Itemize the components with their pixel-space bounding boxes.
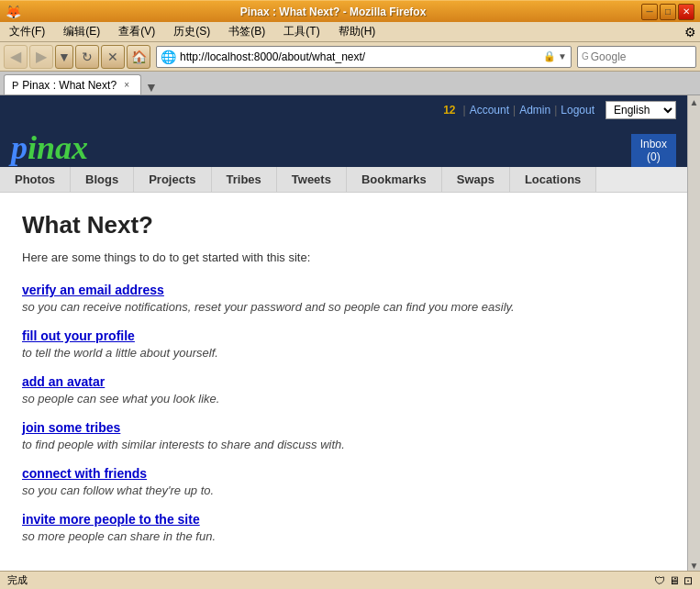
toolbar: ◀ ▶ ▼ ↻ ✕ 🏠 🌐 🔒 ▼ G 🔍 bbox=[0, 42, 700, 72]
action-link-fill-profile[interactable]: fill out your profile bbox=[22, 328, 665, 343]
menu-history[interactable]: 历史(S) bbox=[168, 22, 216, 41]
action-item-fill-profile: fill out your profileto tell the world a… bbox=[22, 328, 665, 360]
action-item-invite-people: invite more people to the siteso more pe… bbox=[22, 512, 665, 543]
url-bar-container[interactable]: 🌐 🔒 ▼ bbox=[156, 46, 572, 68]
scrollbar[interactable]: ▲ ▼ bbox=[687, 95, 700, 571]
window-icon: 🦊 bbox=[6, 5, 21, 19]
account-link[interactable]: Account bbox=[470, 104, 509, 117]
actions-list: verify an email addressso you can receiv… bbox=[22, 283, 665, 543]
nav-blogs[interactable]: Blogs bbox=[71, 167, 134, 192]
tab-title: Pinax : What Next? bbox=[22, 79, 117, 92]
tab-bar: P Pinax : What Next? × ▼ bbox=[0, 72, 700, 95]
admin-link[interactable]: Admin bbox=[519, 104, 550, 117]
inbox-badge[interactable]: Inbox (0) bbox=[631, 134, 676, 167]
page-scroll-area[interactable]: 12 | Account | Admin | Logout English Es… bbox=[0, 95, 687, 571]
status-bar: 完成 🛡 🖥 ⊡ bbox=[0, 571, 700, 589]
stop-button[interactable]: ✕ bbox=[101, 45, 125, 69]
main-content: What Next? Here are some things to do to… bbox=[0, 193, 687, 571]
action-desc-invite-people: so more people can share in the fun. bbox=[22, 529, 665, 543]
action-item-connect-friends: connect with friendsso you can follow wh… bbox=[22, 466, 665, 497]
nav-photos[interactable]: Photos bbox=[0, 167, 71, 192]
menu-tools[interactable]: 工具(T) bbox=[278, 22, 325, 41]
search-bar-container[interactable]: G 🔍 bbox=[577, 46, 696, 68]
site-logo-bar: pinax Inbox (0) bbox=[0, 125, 687, 167]
action-item-join-tribes: join some tribesto find people with simi… bbox=[22, 420, 665, 451]
search-engine-icon: G bbox=[582, 51, 589, 61]
maximize-button[interactable]: □ bbox=[660, 4, 676, 20]
status-icons: 🛡 🖥 ⊡ bbox=[654, 574, 693, 587]
menu-bar: // Will render menu items after DOM read… bbox=[0, 22, 700, 42]
new-tab-button[interactable]: ▼ bbox=[145, 80, 158, 94]
nav-tweets[interactable]: Tweets bbox=[277, 167, 347, 192]
action-desc-verify-email: so you can receive notifications, reset … bbox=[22, 300, 665, 314]
action-desc-fill-profile: to tell the world a little about yoursel… bbox=[22, 346, 665, 360]
nav-swaps[interactable]: Swaps bbox=[442, 167, 510, 192]
status-text: 完成 bbox=[7, 573, 647, 587]
tab-favicon: P bbox=[12, 80, 18, 91]
search-input[interactable] bbox=[591, 50, 700, 63]
menu-bookmarks[interactable]: 书签(B) bbox=[223, 22, 271, 41]
logo-inax: inax bbox=[28, 129, 88, 166]
window-controls[interactable]: ─ □ ✕ bbox=[641, 4, 694, 20]
window-title-bar: 🦊 Pinax : What Next? - Mozilla Firefox ─… bbox=[0, 0, 700, 22]
browser-tab[interactable]: P Pinax : What Next? × bbox=[4, 74, 141, 94]
nav-bookmarks[interactable]: Bookmarks bbox=[347, 167, 442, 192]
url-input[interactable] bbox=[180, 50, 541, 63]
window-title: Pinax : What Next? - Mozilla Firefox bbox=[25, 6, 641, 18]
forward-button[interactable]: ▶ bbox=[29, 45, 53, 69]
logo-p: p bbox=[11, 129, 28, 166]
action-desc-join-tribes: to find people with similar interests to… bbox=[22, 438, 665, 451]
inbox-count: (0) bbox=[647, 150, 661, 163]
nav-dropdown-button[interactable]: ▼ bbox=[55, 45, 73, 69]
site-header: 12 | Account | Admin | Logout English Es… bbox=[0, 95, 687, 167]
action-desc-add-avatar: so people can see what you look like. bbox=[22, 392, 665, 406]
menu-edit[interactable]: 编辑(E) bbox=[58, 22, 106, 41]
menu-help[interactable]: 帮助(H) bbox=[333, 22, 382, 41]
reload-button[interactable]: ↻ bbox=[75, 45, 99, 69]
intro-text: Here are some things to do to get starte… bbox=[22, 250, 665, 264]
site-logo: pinax bbox=[11, 128, 88, 167]
minimize-button[interactable]: ─ bbox=[641, 4, 658, 20]
lock-icon: 🔒 bbox=[543, 50, 556, 62]
menu-view[interactable]: 查看(V) bbox=[113, 22, 161, 41]
close-button[interactable]: ✕ bbox=[678, 4, 694, 20]
user-count: 12 bbox=[443, 104, 455, 117]
nav-projects[interactable]: Projects bbox=[134, 167, 211, 192]
action-link-invite-people[interactable]: invite more people to the site bbox=[22, 512, 665, 527]
site-nav: Photos Blogs Projects Tribes Tweets Book… bbox=[0, 167, 687, 193]
action-link-add-avatar[interactable]: add an avatar bbox=[22, 374, 665, 389]
logout-link[interactable]: Logout bbox=[561, 104, 594, 117]
tab-close-button[interactable]: × bbox=[120, 79, 133, 92]
page-title: What Next? bbox=[22, 211, 665, 239]
monitor-icon: 🖥 bbox=[669, 574, 680, 587]
globe-icon: 🌐 bbox=[161, 50, 176, 64]
site-top-bar: 12 | Account | Admin | Logout English Es… bbox=[0, 95, 687, 125]
back-button[interactable]: ◀ bbox=[4, 45, 28, 69]
home-button[interactable]: 🏠 bbox=[127, 45, 150, 69]
url-dropdown-icon[interactable]: ▼ bbox=[558, 51, 567, 61]
action-link-join-tribes[interactable]: join some tribes bbox=[22, 420, 665, 435]
nav-locations[interactable]: Locations bbox=[510, 167, 596, 192]
window-icon: ⊡ bbox=[683, 574, 693, 587]
action-link-connect-friends[interactable]: connect with friends bbox=[22, 466, 665, 481]
nav-tribes[interactable]: Tribes bbox=[212, 167, 277, 192]
browser-viewport: 12 | Account | Admin | Logout English Es… bbox=[0, 95, 700, 571]
action-link-verify-email[interactable]: verify an email address bbox=[22, 283, 665, 297]
inbox-label: Inbox bbox=[640, 138, 667, 150]
shield-icon: 🛡 bbox=[654, 574, 665, 587]
action-item-verify-email: verify an email addressso you can receiv… bbox=[22, 283, 665, 314]
settings-icon[interactable]: ⚙ bbox=[684, 25, 696, 39]
language-selector[interactable]: English Español Français bbox=[606, 101, 676, 119]
menu-file[interactable]: 文件(F) bbox=[4, 22, 50, 41]
action-desc-connect-friends: so you can follow what they're up to. bbox=[22, 483, 665, 497]
action-item-add-avatar: add an avatarso people can see what you … bbox=[22, 374, 665, 406]
